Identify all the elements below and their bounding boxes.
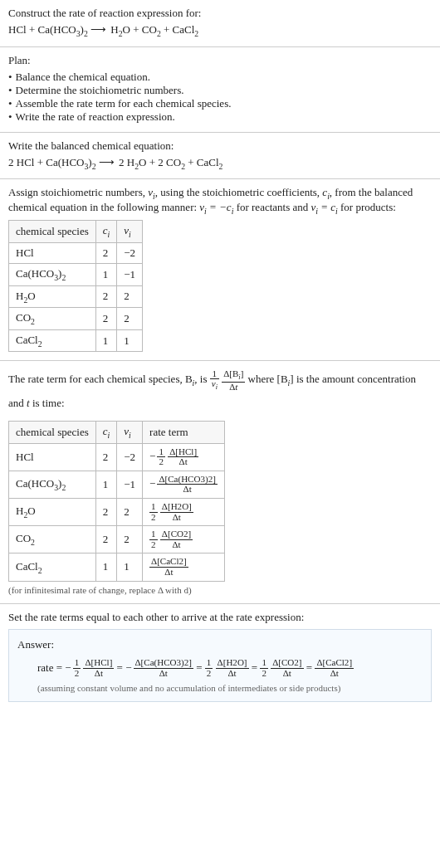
section-plan: Plan: •Balance the chemical equation. •D… [0,47,440,133]
table-row: Ca(HCO3)21−1 −Δ[Ca(HCO3)2]Δt [9,471,225,498]
rate-expression-title: Set the rate terms equal to each other t… [8,611,432,624]
section-prompt: Construct the rate of reaction expressio… [0,0,440,47]
bullet-icon: • [8,97,12,110]
answer-label: Answer: [17,638,423,651]
table-row: H2O22 [9,285,143,308]
rate-term-cell: −12 Δ[HCl]Δt [143,443,225,471]
col-ci: ci [95,221,117,243]
table-row: CaCl211 Δ[CaCl2]Δt [9,553,225,581]
fraction: 1vi [210,369,219,392]
plan-item: •Determine the stoichiometric numbers. [8,84,432,97]
col-vi: vi [117,421,143,443]
bullet-icon: • [8,71,12,83]
col-ci: ci [95,421,117,443]
plan-list: •Balance the chemical equation. •Determi… [8,71,432,124]
col-species: chemical species [9,421,96,443]
col-rate: rate term [143,421,225,443]
section-stoich: Assign stoichiometric numbers, vi, using… [0,179,440,361]
fraction: Δ[Bi]Δt [222,369,245,392]
plan-item: •Assemble the rate term for each chemica… [8,97,432,110]
stoich-table: chemical species ci vi HCl2−2 Ca(HCO3)21… [8,220,143,352]
balanced-title: Write the balanced chemical equation: [8,139,432,153]
arrow-icon: ⟶ [99,156,119,168]
rate-term-cell: −Δ[Ca(HCO3)2]Δt [143,471,225,498]
section-balanced: Write the balanced chemical equation: 2 … [0,133,440,180]
rate-term-intro: The rate term for each chemical species,… [8,368,432,416]
plan-item: •Write the rate of reaction expression. [8,110,432,124]
rate-term-cell: Δ[CaCl2]Δt [143,553,225,581]
unbalanced-equation: HCl + Ca(HCO3)2 ⟶ H2O + CO2 + CaCl2 [8,23,432,38]
stoich-intro: Assign stoichiometric numbers, vi, using… [8,186,432,215]
table-row: HCl2−2 [9,242,143,263]
delta-note: (for infinitesimal rate of change, repla… [8,585,432,595]
rate-term-cell: 12 Δ[CO2]Δt [143,526,225,553]
rate-terms-table: chemical species ci vi rate term HCl2−2 … [8,421,225,582]
table-row: CO222 [9,308,143,330]
section-rate-terms: The rate term for each chemical species,… [0,361,440,603]
table-row: H2O22 12 Δ[H2O]Δt [9,498,225,525]
balanced-equation: 2 HCl + Ca(HCO3)2 ⟶ 2 H2O + 2 CO2 + CaCl… [8,156,432,171]
table-row: CaCl211 [9,329,143,352]
col-species: chemical species [9,221,96,243]
col-vi: vi [117,221,143,243]
table-row: HCl2−2 −12 Δ[HCl]Δt [9,443,225,471]
plan-title: Plan: [8,54,432,67]
assumption-note: (assuming constant volume and no accumul… [17,683,423,693]
table-header-row: chemical species ci vi [9,221,143,243]
arrow-icon: ⟶ [90,23,110,36]
table-row: CO222 12 Δ[CO2]Δt [9,526,225,553]
rate-expression: rate = −12 Δ[HCl]Δt = −Δ[Ca(HCO3)2]Δt = … [17,656,423,680]
bullet-icon: • [8,84,12,96]
table-header-row: chemical species ci vi rate term [9,421,225,443]
rate-term-cell: 12 Δ[H2O]Δt [143,498,225,525]
plan-item: •Balance the chemical equation. [8,71,432,84]
prompt-title: Construct the rate of reaction expressio… [8,7,432,20]
bullet-icon: • [8,110,12,123]
table-row: Ca(HCO3)21−1 [9,263,143,285]
section-answer: Set the rate terms equal to each other t… [0,604,440,711]
answer-box: Answer: rate = −12 Δ[HCl]Δt = −Δ[Ca(HCO3… [8,629,432,703]
